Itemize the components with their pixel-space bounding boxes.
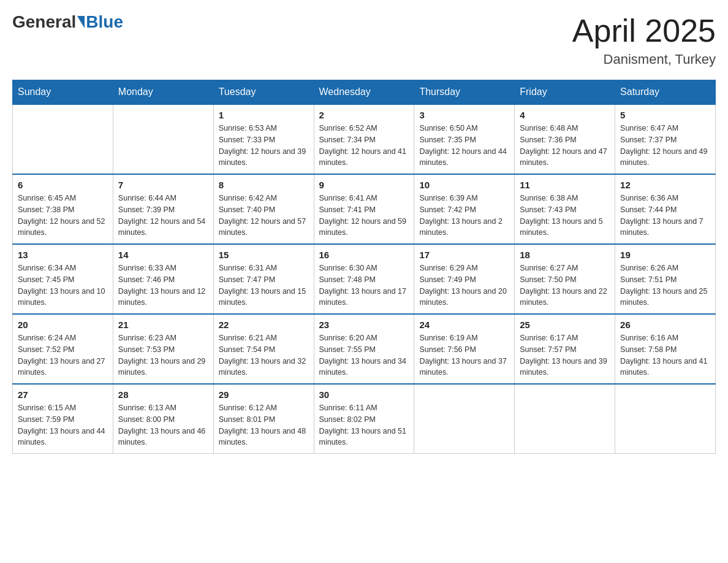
day-number: 4 — [520, 110, 610, 120]
calendar-cell: 17Sunrise: 6:29 AMSunset: 7:49 PMDayligh… — [414, 244, 515, 314]
day-number: 22 — [219, 320, 309, 330]
day-number: 14 — [118, 250, 208, 260]
week-row-3: 13Sunrise: 6:34 AMSunset: 7:45 PMDayligh… — [13, 244, 716, 314]
day-number: 12 — [620, 180, 710, 190]
calendar-cell: 16Sunrise: 6:30 AMSunset: 7:48 PMDayligh… — [314, 244, 414, 314]
day-info: Sunrise: 6:50 AMSunset: 7:35 PMDaylight:… — [419, 123, 509, 169]
day-info: Sunrise: 6:42 AMSunset: 7:40 PMDaylight:… — [219, 193, 309, 239]
day-number: 25 — [520, 320, 610, 330]
day-number: 27 — [18, 389, 108, 400]
day-info: Sunrise: 6:36 AMSunset: 7:44 PMDaylight:… — [620, 193, 710, 239]
calendar-cell: 28Sunrise: 6:13 AMSunset: 8:00 PMDayligh… — [113, 384, 213, 454]
day-number: 21 — [118, 320, 208, 330]
calendar-cell: 8Sunrise: 6:42 AMSunset: 7:40 PMDaylight… — [213, 174, 314, 244]
day-info: Sunrise: 6:48 AMSunset: 7:36 PMDaylight:… — [520, 123, 610, 169]
calendar-cell: 14Sunrise: 6:33 AMSunset: 7:46 PMDayligh… — [113, 244, 213, 314]
day-info: Sunrise: 6:17 AMSunset: 7:57 PMDaylight:… — [520, 332, 610, 378]
weekday-header-row: SundayMondayTuesdayWednesdayThursdayFrid… — [13, 80, 716, 105]
calendar-cell: 12Sunrise: 6:36 AMSunset: 7:44 PMDayligh… — [615, 174, 716, 244]
day-number: 10 — [419, 180, 509, 190]
calendar-cell: 27Sunrise: 6:15 AMSunset: 7:59 PMDayligh… — [13, 384, 113, 454]
logo: General Blue — [12, 12, 123, 32]
day-info: Sunrise: 6:16 AMSunset: 7:58 PMDaylight:… — [620, 332, 710, 378]
calendar-cell: 5Sunrise: 6:47 AMSunset: 7:37 PMDaylight… — [615, 104, 716, 174]
location-title: Danisment, Turkey — [572, 52, 716, 67]
day-info: Sunrise: 6:30 AMSunset: 7:48 PMDaylight:… — [319, 262, 409, 308]
calendar-cell: 18Sunrise: 6:27 AMSunset: 7:50 PMDayligh… — [515, 244, 615, 314]
calendar-cell: 30Sunrise: 6:11 AMSunset: 8:02 PMDayligh… — [314, 384, 414, 454]
day-info: Sunrise: 6:34 AMSunset: 7:45 PMDaylight:… — [18, 262, 108, 308]
week-row-5: 27Sunrise: 6:15 AMSunset: 7:59 PMDayligh… — [13, 384, 716, 454]
week-row-4: 20Sunrise: 6:24 AMSunset: 7:52 PMDayligh… — [13, 314, 716, 384]
day-number: 6 — [18, 180, 108, 190]
calendar-cell — [113, 104, 213, 174]
weekday-header-thursday: Thursday — [414, 80, 515, 105]
day-info: Sunrise: 6:31 AMSunset: 7:47 PMDaylight:… — [219, 262, 309, 308]
day-info: Sunrise: 6:44 AMSunset: 7:39 PMDaylight:… — [118, 193, 208, 239]
calendar-cell: 1Sunrise: 6:53 AMSunset: 7:33 PMDaylight… — [213, 104, 314, 174]
weekday-header-friday: Friday — [515, 80, 615, 105]
day-info: Sunrise: 6:53 AMSunset: 7:33 PMDaylight:… — [219, 123, 309, 169]
day-info: Sunrise: 6:13 AMSunset: 8:00 PMDaylight:… — [118, 402, 208, 448]
day-number: 8 — [219, 180, 309, 190]
calendar-cell — [414, 384, 515, 454]
calendar-cell — [13, 104, 113, 174]
calendar-cell: 2Sunrise: 6:52 AMSunset: 7:34 PMDaylight… — [314, 104, 414, 174]
weekday-header-monday: Monday — [113, 80, 213, 105]
day-info: Sunrise: 6:29 AMSunset: 7:49 PMDaylight:… — [419, 262, 509, 308]
day-info: Sunrise: 6:45 AMSunset: 7:38 PMDaylight:… — [18, 193, 108, 239]
calendar-cell: 13Sunrise: 6:34 AMSunset: 7:45 PMDayligh… — [13, 244, 113, 314]
day-info: Sunrise: 6:11 AMSunset: 8:02 PMDaylight:… — [319, 402, 409, 448]
day-number: 30 — [319, 389, 409, 400]
calendar-cell: 15Sunrise: 6:31 AMSunset: 7:47 PMDayligh… — [213, 244, 314, 314]
day-number: 17 — [419, 250, 509, 260]
calendar-cell: 3Sunrise: 6:50 AMSunset: 7:35 PMDaylight… — [414, 104, 515, 174]
day-number: 23 — [319, 320, 409, 330]
day-number: 11 — [520, 180, 610, 190]
calendar-cell: 19Sunrise: 6:26 AMSunset: 7:51 PMDayligh… — [615, 244, 716, 314]
day-number: 24 — [419, 320, 509, 330]
logo-triangle-icon — [77, 16, 85, 28]
week-row-2: 6Sunrise: 6:45 AMSunset: 7:38 PMDaylight… — [13, 174, 716, 244]
day-number: 16 — [319, 250, 409, 260]
day-info: Sunrise: 6:19 AMSunset: 7:56 PMDaylight:… — [419, 332, 509, 378]
calendar-cell — [515, 384, 615, 454]
weekday-header-tuesday: Tuesday — [213, 80, 314, 105]
calendar-cell: 21Sunrise: 6:23 AMSunset: 7:53 PMDayligh… — [113, 314, 213, 384]
calendar-table: SundayMondayTuesdayWednesdayThursdayFrid… — [12, 80, 716, 454]
calendar-cell: 26Sunrise: 6:16 AMSunset: 7:58 PMDayligh… — [615, 314, 716, 384]
day-number: 1 — [219, 110, 309, 120]
day-info: Sunrise: 6:26 AMSunset: 7:51 PMDaylight:… — [620, 262, 710, 308]
day-info: Sunrise: 6:33 AMSunset: 7:46 PMDaylight:… — [118, 262, 208, 308]
calendar-cell — [615, 384, 716, 454]
day-info: Sunrise: 6:21 AMSunset: 7:54 PMDaylight:… — [219, 332, 309, 378]
day-number: 20 — [18, 320, 108, 330]
week-row-1: 1Sunrise: 6:53 AMSunset: 7:33 PMDaylight… — [13, 104, 716, 174]
day-number: 19 — [620, 250, 710, 260]
logo-blue-text: Blue — [86, 12, 123, 32]
day-number: 15 — [219, 250, 309, 260]
day-info: Sunrise: 6:23 AMSunset: 7:53 PMDaylight:… — [118, 332, 208, 378]
day-number: 18 — [520, 250, 610, 260]
day-info: Sunrise: 6:52 AMSunset: 7:34 PMDaylight:… — [319, 123, 409, 169]
title-block: April 2025 Danisment, Turkey — [572, 12, 716, 67]
day-info: Sunrise: 6:39 AMSunset: 7:42 PMDaylight:… — [419, 193, 509, 239]
logo-general-text: General — [12, 12, 76, 32]
day-number: 7 — [118, 180, 208, 190]
weekday-header-wednesday: Wednesday — [314, 80, 414, 105]
day-number: 13 — [18, 250, 108, 260]
weekday-header-sunday: Sunday — [13, 80, 113, 105]
day-number: 5 — [620, 110, 710, 120]
calendar-cell: 23Sunrise: 6:20 AMSunset: 7:55 PMDayligh… — [314, 314, 414, 384]
day-info: Sunrise: 6:20 AMSunset: 7:55 PMDaylight:… — [319, 332, 409, 378]
day-number: 29 — [219, 389, 309, 400]
page-header: General Blue April 2025 Danisment, Turke… — [12, 12, 716, 67]
calendar-cell: 6Sunrise: 6:45 AMSunset: 7:38 PMDaylight… — [13, 174, 113, 244]
day-info: Sunrise: 6:24 AMSunset: 7:52 PMDaylight:… — [18, 332, 108, 378]
day-info: Sunrise: 6:41 AMSunset: 7:41 PMDaylight:… — [319, 193, 409, 239]
day-number: 3 — [419, 110, 509, 120]
day-info: Sunrise: 6:38 AMSunset: 7:43 PMDaylight:… — [520, 193, 610, 239]
calendar-cell: 11Sunrise: 6:38 AMSunset: 7:43 PMDayligh… — [515, 174, 615, 244]
day-info: Sunrise: 6:15 AMSunset: 7:59 PMDaylight:… — [18, 402, 108, 448]
calendar-cell: 7Sunrise: 6:44 AMSunset: 7:39 PMDaylight… — [113, 174, 213, 244]
